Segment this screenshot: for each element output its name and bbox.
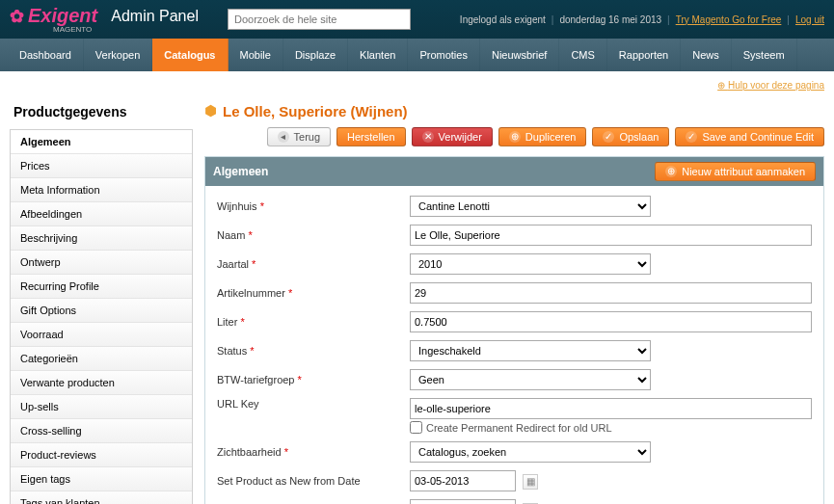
urlkey-input[interactable] <box>410 398 812 419</box>
page-title: Le Olle, Superiore (Wijnen) <box>223 103 408 119</box>
sidebar-title: Productgegevens <box>10 98 193 129</box>
logged-in-text: Ingelogd als exigent <box>460 14 546 25</box>
sidebar-item-ontwerp[interactable]: Ontwerp <box>11 251 192 275</box>
liter-input[interactable] <box>410 311 812 332</box>
logo-brand: Exigent <box>28 5 97 27</box>
redirect-label: Create Permanent Redirect for old URL <box>426 422 612 434</box>
try-link[interactable]: Try Magento Go for Free <box>676 14 782 25</box>
calendar-icon[interactable]: ▦ <box>523 474 538 490</box>
nav-rapporten[interactable]: Rapporten <box>607 39 681 71</box>
back-icon: ◂ <box>278 131 289 143</box>
sidebar-item-upsells[interactable]: Up-sells <box>11 395 192 419</box>
sidebar-item-verwante[interactable]: Verwante producten <box>11 371 192 395</box>
sep: | <box>787 14 790 25</box>
btw-select[interactable]: Geen <box>410 369 651 390</box>
new-attribute-button[interactable]: ⊕Nieuw attribuut aanmaken <box>655 162 816 181</box>
logout-link[interactable]: Log uit <box>795 14 824 25</box>
artikelnummer-input[interactable] <box>410 282 812 304</box>
sidebar-item-beschrijving[interactable]: Beschrijving <box>11 226 192 251</box>
back-button[interactable]: ◂Terug <box>267 127 332 146</box>
redirect-checkbox[interactable] <box>410 421 422 434</box>
sidebar-item-categorieen[interactable]: Categorieën <box>11 347 192 371</box>
panel-title: Algemeen <box>213 165 268 178</box>
sidebar: Productgegevens Algemeen Prices Meta Inf… <box>10 98 193 504</box>
sidebar-item-algemeen[interactable]: Algemeen <box>11 130 192 154</box>
panel-algemeen: Algemeen ⊕Nieuw attribuut aanmaken Wijnh… <box>204 156 824 504</box>
duplicate-button[interactable]: ⊕Dupliceren <box>498 127 587 146</box>
label-urlkey: URL Key <box>217 398 410 410</box>
save-continue-icon: ✓ <box>686 131 697 143</box>
sidebar-item-gift[interactable]: Gift Options <box>11 299 192 323</box>
date-text: donderdag 16 mei 2013 <box>559 14 661 25</box>
nav-klanten[interactable]: Klanten <box>348 39 408 71</box>
sidebar-item-reviews[interactable]: Product-reviews <box>11 443 192 467</box>
delete-button[interactable]: ✕Verwijder <box>412 127 493 146</box>
wijnhuis-select[interactable]: Cantine Lenotti <box>410 196 651 217</box>
logo-subtitle: Admin Panel <box>111 8 199 25</box>
nav-cms[interactable]: CMS <box>559 39 606 71</box>
page-head: ⬢ Le Olle, Superiore (Wijnen) <box>204 98 824 127</box>
nav-nieuwsbrief[interactable]: Nieuwsbrief <box>480 39 559 71</box>
add-icon: ⊕ <box>665 166 677 177</box>
nav-catalogus[interactable]: Catalogus <box>152 39 228 71</box>
label-naam: Naam * <box>217 229 410 241</box>
reset-button[interactable]: Herstellen <box>336 127 406 146</box>
sidebar-item-afbeeldingen[interactable]: Afbeeldingen <box>11 202 192 226</box>
nav-verkopen[interactable]: Verkopen <box>84 39 152 71</box>
sep: | <box>552 14 554 25</box>
package-icon: ⬢ <box>204 102 217 119</box>
new-from-input[interactable] <box>410 470 516 491</box>
duplicate-icon: ⊕ <box>509 131 521 143</box>
new-to-input[interactable] <box>410 499 516 504</box>
label-wijnhuis: Wijnhuis * <box>217 200 410 212</box>
label-jaartal: Jaartal * <box>217 258 410 270</box>
sidebar-item-meta[interactable]: Meta Information <box>11 178 192 202</box>
zichtbaarheid-select[interactable]: Catalogus, zoeken <box>410 441 651 463</box>
label-status: Status * <box>217 345 410 357</box>
nav-promoties[interactable]: Promoties <box>408 39 480 71</box>
sidebar-list: Algemeen Prices Meta Information Afbeeld… <box>10 129 193 504</box>
global-search <box>228 9 411 30</box>
sep: | <box>667 14 670 25</box>
sidebar-item-prices[interactable]: Prices <box>11 154 192 178</box>
save-button[interactable]: ✓Opslaan <box>592 127 669 146</box>
sidebar-item-eigentags[interactable]: Eigen tags <box>11 467 192 491</box>
sidebar-item-tagsklanten[interactable]: Tags van klanten <box>11 491 192 504</box>
naam-input[interactable] <box>410 225 812 246</box>
save-continue-button[interactable]: ✓Save and Continue Edit <box>675 127 824 146</box>
status-select[interactable]: Ingeschakeld <box>410 340 651 361</box>
delete-icon: ✕ <box>422 131 434 143</box>
label-btw: BTW-tariefgroep * <box>217 374 410 385</box>
logo: ✿ Exigent Admin Panel MAGENTO <box>10 5 199 34</box>
sidebar-item-cross[interactable]: Cross-selling <box>11 419 192 443</box>
logo-small: MAGENTO <box>53 25 199 34</box>
logo-icon: ✿ <box>10 6 24 27</box>
label-zichtbaarheid: Zichtbaarheid * <box>217 446 410 458</box>
help-link[interactable]: Hulp voor deze pagina <box>717 80 824 91</box>
nav-news[interactable]: News <box>681 39 732 71</box>
header-right: Ingelogd als exigent | donderdag 16 mei … <box>460 14 824 25</box>
toolbar: ◂Terug Herstellen ✕Verwijder ⊕Dupliceren… <box>204 127 824 146</box>
label-artikelnummer: Artikelnummer * <box>217 287 410 299</box>
jaartal-select[interactable]: 2010 <box>410 253 651 275</box>
panel-head: Algemeen ⊕Nieuw attribuut aanmaken <box>205 157 823 186</box>
label-liter: Liter * <box>217 316 410 328</box>
nav-dashboard[interactable]: Dashboard <box>8 39 84 71</box>
header: ✿ Exigent Admin Panel MAGENTO Ingelogd a… <box>0 0 834 39</box>
nav-displaze[interactable]: Displaze <box>283 39 348 71</box>
panel-body: Wijnhuis * Cantine Lenotti Naam * Jaarta… <box>205 186 823 504</box>
sidebar-item-voorraad[interactable]: Voorraad <box>11 323 192 347</box>
search-input[interactable] <box>228 9 411 30</box>
label-new-from: Set Product as New from Date <box>217 475 410 487</box>
nav-systeem[interactable]: Systeem <box>732 39 797 71</box>
sidebar-item-recurring[interactable]: Recurring Profile <box>11 275 192 299</box>
main-content: ⬢ Le Olle, Superiore (Wijnen) ◂Terug Her… <box>204 98 824 504</box>
save-icon: ✓ <box>603 131 614 143</box>
nav-mobile[interactable]: Mobile <box>229 39 283 71</box>
main-nav: Dashboard Verkopen Catalogus Mobile Disp… <box>0 39 834 71</box>
